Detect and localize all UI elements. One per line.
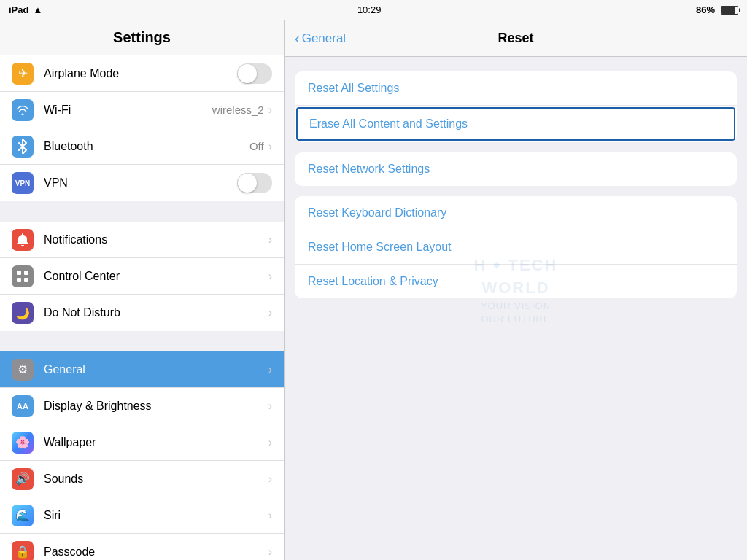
device-label: iPad bbox=[9, 4, 28, 15]
controlcenter-icon bbox=[12, 265, 34, 287]
reset-network-item[interactable]: Reset Network Settings bbox=[295, 152, 737, 186]
sidebar-item-donotdisturb[interactable]: 🌙 Do Not Disturb › bbox=[0, 295, 284, 331]
siri-icon: 🌊 bbox=[12, 505, 34, 526]
reset-title: Reset bbox=[498, 31, 533, 46]
svg-rect-3 bbox=[24, 278, 28, 282]
reset-card-1: Reset All Settings Erase All Content and… bbox=[295, 71, 737, 142]
reset-location-item[interactable]: Reset Location & Privacy bbox=[295, 265, 737, 298]
chevron-right-icon2: › bbox=[268, 140, 272, 153]
reset-keyboard-item[interactable]: Reset Keyboard Dictionary bbox=[295, 196, 737, 230]
back-label: General bbox=[302, 31, 346, 46]
sidebar-item-passcode[interactable]: 🔒 Passcode › bbox=[0, 534, 284, 560]
wifi-label: Wi-Fi bbox=[44, 104, 212, 117]
chevron-right-icon9: › bbox=[268, 472, 272, 486]
airplane-icon: ✈ bbox=[12, 63, 34, 85]
passcode-icon: 🔒 bbox=[12, 541, 34, 561]
wallpaper-label: Wallpaper bbox=[44, 436, 268, 449]
chevron-right-icon4: › bbox=[268, 270, 272, 283]
status-bar: iPad ▲ 10:29 86% bbox=[0, 0, 747, 20]
vpn-icon: VPN bbox=[12, 172, 34, 194]
reset-all-settings-item[interactable]: Reset All Settings bbox=[295, 71, 737, 106]
battery-percent: 86% bbox=[696, 4, 715, 15]
svg-rect-1 bbox=[24, 271, 28, 275]
sidebar-item-display[interactable]: AA Display & Brightness › bbox=[0, 388, 284, 424]
bluetooth-value: Off bbox=[249, 140, 264, 152]
airplane-label: Airplane Mode bbox=[44, 67, 237, 80]
svg-rect-0 bbox=[17, 271, 21, 275]
chevron-right-icon: › bbox=[268, 104, 272, 117]
right-panel: ‹ General Reset H🔹TECH WORLD YOUR VISION… bbox=[285, 20, 747, 560]
sounds-label: Sounds bbox=[44, 472, 268, 486]
back-button[interactable]: ‹ General bbox=[295, 30, 346, 47]
erase-all-content-label: Erase All Content and Settings bbox=[309, 117, 468, 130]
sidebar-item-controlcenter[interactable]: Control Center › bbox=[0, 258, 284, 295]
airplane-toggle[interactable] bbox=[237, 63, 272, 84]
bluetooth-label: Bluetooth bbox=[44, 140, 249, 153]
reset-all-settings-label: Reset All Settings bbox=[308, 82, 399, 94]
settings-group-1: ✈ Airplane Mode Wi-Fi wireless_2 › bbox=[0, 55, 284, 201]
sidebar-item-notifications[interactable]: Notifications › bbox=[0, 222, 284, 258]
reset-card-3: Reset Keyboard Dictionary Reset Home Scr… bbox=[295, 196, 737, 298]
settings-group-3: ⚙ General › AA Display & Brightness › 🌸 … bbox=[0, 351, 284, 560]
display-label: Display & Brightness bbox=[44, 400, 268, 413]
sidebar: Settings ✈ Airplane Mode Wi-Fi wireless_… bbox=[0, 20, 285, 560]
passcode-label: Passcode bbox=[44, 545, 268, 559]
donotdisturb-label: Do Not Disturb bbox=[44, 306, 268, 319]
reset-home-screen-item[interactable]: Reset Home Screen Layout bbox=[295, 230, 737, 265]
sidebar-item-airplane[interactable]: ✈ Airplane Mode bbox=[0, 55, 284, 92]
sidebar-item-general[interactable]: ⚙ General › bbox=[0, 351, 284, 388]
sidebar-title: Settings bbox=[0, 20, 284, 55]
general-label: General bbox=[44, 363, 268, 376]
svg-rect-2 bbox=[17, 278, 21, 282]
back-chevron-icon: ‹ bbox=[295, 30, 300, 47]
battery-icon bbox=[721, 6, 738, 15]
wifi-settings-icon bbox=[12, 99, 34, 121]
chevron-right-icon8: › bbox=[268, 436, 272, 449]
sidebar-item-wifi[interactable]: Wi-Fi wireless_2 › bbox=[0, 92, 284, 128]
sidebar-item-vpn[interactable]: VPN VPN bbox=[0, 165, 284, 201]
wallpaper-icon: 🌸 bbox=[12, 432, 34, 454]
display-icon: AA bbox=[12, 395, 34, 417]
chevron-right-icon11: › bbox=[268, 545, 272, 559]
right-header: ‹ General Reset bbox=[285, 20, 747, 57]
reset-keyboard-label: Reset Keyboard Dictionary bbox=[308, 206, 446, 219]
sidebar-item-bluetooth[interactable]: Bluetooth Off › bbox=[0, 128, 284, 165]
time-display: 10:29 bbox=[357, 4, 382, 15]
wifi-value: wireless_2 bbox=[212, 104, 264, 116]
notifications-label: Notifications bbox=[44, 233, 268, 246]
sidebar-item-siri[interactable]: 🌊 Siri › bbox=[0, 497, 284, 534]
sounds-icon: 🔊 bbox=[12, 468, 34, 490]
reset-location-label: Reset Location & Privacy bbox=[308, 275, 438, 287]
reset-card-2: Reset Network Settings bbox=[295, 152, 737, 186]
siri-label: Siri bbox=[44, 509, 268, 522]
erase-all-content-item[interactable]: Erase All Content and Settings bbox=[296, 107, 735, 141]
vpn-toggle[interactable] bbox=[237, 173, 272, 193]
sidebar-item-wallpaper[interactable]: 🌸 Wallpaper › bbox=[0, 424, 284, 461]
chevron-right-icon6: › bbox=[268, 363, 272, 376]
vpn-label: VPN bbox=[44, 176, 237, 190]
controlcenter-label: Control Center bbox=[44, 270, 268, 283]
donotdisturb-icon: 🌙 bbox=[12, 302, 34, 324]
reset-home-screen-label: Reset Home Screen Layout bbox=[308, 241, 452, 253]
chevron-right-icon7: › bbox=[268, 400, 272, 413]
reset-section-1: Reset All Settings Erase All Content and… bbox=[295, 71, 737, 298]
wifi-icon: ▲ bbox=[33, 4, 42, 15]
chevron-right-icon3: › bbox=[268, 233, 272, 246]
sidebar-item-sounds[interactable]: 🔊 Sounds › bbox=[0, 461, 284, 497]
general-icon: ⚙ bbox=[12, 359, 34, 381]
settings-group-2: Notifications › Control Center › 🌙 Do N bbox=[0, 222, 284, 331]
chevron-right-icon5: › bbox=[268, 306, 272, 319]
reset-network-label: Reset Network Settings bbox=[308, 163, 430, 175]
notifications-icon bbox=[12, 229, 34, 251]
chevron-right-icon10: › bbox=[268, 509, 272, 522]
bluetooth-icon bbox=[12, 136, 34, 158]
